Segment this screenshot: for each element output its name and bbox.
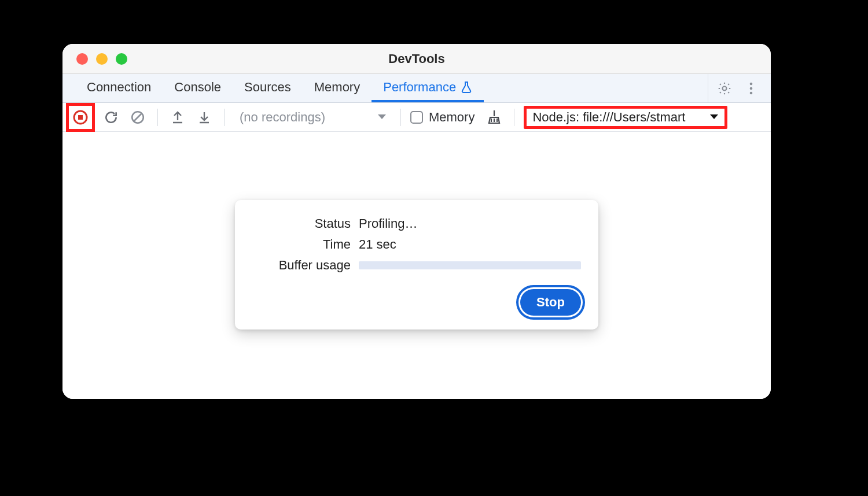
performance-content: Status Profiling… Time 21 sec Buffer usa… bbox=[62, 132, 771, 399]
clear-button[interactable] bbox=[127, 107, 148, 128]
broom-icon bbox=[487, 109, 502, 125]
chevron-down-icon bbox=[709, 114, 719, 121]
tab-connection[interactable]: Connection bbox=[75, 74, 163, 102]
tabbar: Connection Console Sources Memory Perfor… bbox=[62, 74, 771, 103]
tabbar-right bbox=[708, 74, 765, 102]
kebab-icon bbox=[749, 82, 753, 95]
minimize-window-button[interactable] bbox=[96, 53, 108, 65]
upload-icon bbox=[171, 110, 185, 125]
time-value: 21 sec bbox=[359, 237, 581, 252]
tab-performance[interactable]: Performance bbox=[372, 74, 484, 102]
download-button[interactable] bbox=[194, 107, 215, 128]
performance-toolbar: (no recordings) Memory Node.js: file:///… bbox=[62, 103, 771, 132]
buffer-usage-bar bbox=[359, 261, 581, 269]
tab-label: Memory bbox=[314, 80, 360, 95]
status-label: Status bbox=[252, 216, 351, 231]
zoom-window-button[interactable] bbox=[116, 53, 127, 65]
tab-label: Sources bbox=[244, 80, 291, 95]
status-value: Profiling… bbox=[359, 216, 581, 231]
tab-label: Connection bbox=[87, 80, 151, 95]
target-select[interactable]: Node.js: file:///Users/stmart bbox=[524, 106, 727, 129]
tab-memory[interactable]: Memory bbox=[303, 74, 372, 102]
buffer-label: Buffer usage bbox=[252, 258, 351, 273]
tab-label: Console bbox=[174, 80, 221, 95]
tab-console[interactable]: Console bbox=[163, 74, 233, 102]
recordings-select[interactable]: (no recordings) bbox=[234, 110, 391, 125]
memory-toggle[interactable]: Memory bbox=[410, 110, 475, 125]
svg-rect-5 bbox=[78, 115, 83, 120]
stop-button[interactable]: Stop bbox=[520, 289, 581, 316]
download-icon bbox=[197, 110, 211, 125]
svg-point-0 bbox=[723, 86, 727, 90]
record-button[interactable] bbox=[70, 107, 91, 128]
garbage-collect-button[interactable] bbox=[484, 107, 505, 128]
no-entry-icon bbox=[130, 110, 145, 125]
recordings-placeholder: (no recordings) bbox=[240, 110, 325, 125]
chevron-down-icon bbox=[377, 114, 387, 121]
profiling-panel: Status Profiling… Time 21 sec Buffer usa… bbox=[235, 200, 598, 330]
more-button[interactable] bbox=[743, 80, 759, 97]
time-label: Time bbox=[252, 237, 351, 252]
tab-label: Performance bbox=[383, 80, 456, 95]
upload-button[interactable] bbox=[167, 107, 188, 128]
titlebar: DevTools bbox=[62, 44, 771, 74]
devtools-window: DevTools Connection Console Sources Memo… bbox=[62, 44, 771, 399]
tab-sources[interactable]: Sources bbox=[233, 74, 303, 102]
close-window-button[interactable] bbox=[76, 53, 88, 65]
svg-point-2 bbox=[750, 87, 753, 90]
svg-point-3 bbox=[750, 91, 753, 94]
reload-icon bbox=[104, 110, 119, 125]
svg-line-7 bbox=[134, 113, 142, 121]
settings-button[interactable] bbox=[716, 80, 733, 97]
checkbox-icon bbox=[410, 111, 423, 124]
traffic-lights bbox=[62, 53, 127, 65]
reload-button[interactable] bbox=[101, 107, 122, 128]
gear-icon bbox=[717, 81, 732, 96]
window-title: DevTools bbox=[62, 51, 771, 66]
flask-icon bbox=[461, 81, 472, 94]
stop-record-icon bbox=[72, 109, 89, 125]
target-selected-label: Node.js: file:///Users/stmart bbox=[532, 110, 685, 125]
highlight-record bbox=[66, 103, 95, 132]
svg-point-1 bbox=[750, 82, 753, 85]
memory-label: Memory bbox=[429, 110, 475, 125]
